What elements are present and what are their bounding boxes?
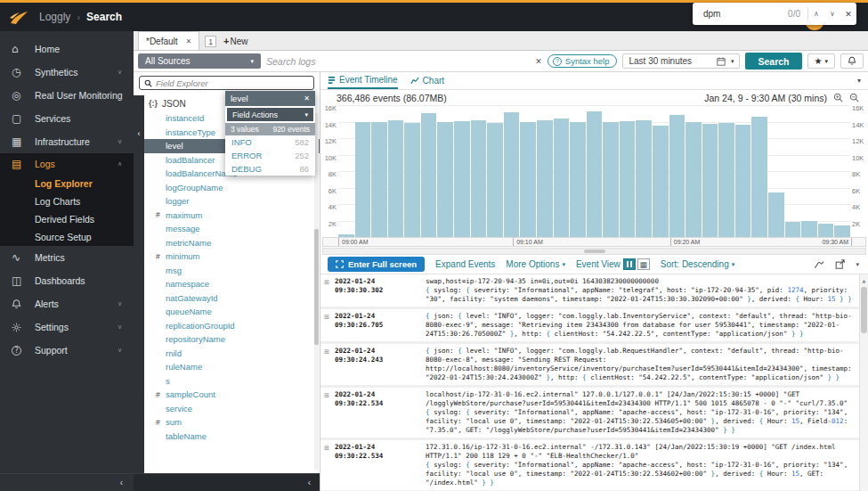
field-row-natGatewayId[interactable]: natGatewayId [144, 291, 320, 306]
event-row[interactable]: ⊞2022-01-24 09:30:30.302swap,host=ip-172… [320, 274, 868, 309]
field-row-rnild[interactable]: rnild [144, 347, 320, 361]
field-explorer-collapse-icon[interactable]: ‹ [308, 478, 311, 487]
saved-searches-button[interactable]: ★ ▾ [807, 53, 835, 69]
field-row-namespace[interactable]: namespace [144, 277, 320, 291]
breadcrumb-brand[interactable]: Loggly [39, 11, 70, 23]
histogram-bar[interactable] [404, 123, 420, 237]
sidebar-subitem-log-charts[interactable]: Log Charts [0, 192, 134, 210]
popup-value-row[interactable]: ERROR252 [225, 149, 315, 162]
field-row-sampleCount[interactable]: #sampleCount [144, 388, 320, 402]
tab-badge[interactable]: 1 [205, 36, 216, 47]
histogram-bar[interactable] [388, 120, 404, 237]
field-explorer-search-input[interactable] [156, 78, 309, 88]
field-row-msg[interactable]: msg [144, 264, 320, 278]
search-button[interactable]: Search [745, 53, 801, 70]
field-row-tableName[interactable]: tableName [144, 430, 320, 444]
clear-search-icon[interactable]: ✕ [535, 57, 542, 66]
find-previous-icon[interactable]: ∧ [808, 10, 824, 18]
tab-default[interactable]: *Default ✕ [138, 31, 199, 50]
sidebar-item-synthetics[interactable]: ◷Synthetics∨ [0, 61, 134, 84]
histogram-bar[interactable] [620, 121, 636, 237]
tab-chart[interactable]: Chart [410, 72, 444, 89]
fullscreen-button[interactable]: Enter Full screen [328, 257, 425, 272]
histogram-bar[interactable] [785, 222, 801, 237]
field-actions-dropdown[interactable]: Field Actions ▾ [227, 108, 313, 121]
histogram-bar[interactable] [751, 117, 767, 237]
sidebar-collapse-icon[interactable]: ‹ [120, 478, 123, 487]
expand-event-icon[interactable]: ⊞ [324, 312, 335, 339]
chevron-down-icon[interactable]: ▾ [856, 261, 859, 268]
grid-view-toggle[interactable]: ▦ [637, 258, 650, 270]
event-row[interactable]: ⊞2022-01-24 09:30:22.534localhost/ip-172… [320, 388, 868, 440]
field-row-minimum[interactable]: #minimum [144, 250, 320, 264]
field-row-repositoryName[interactable]: repositoryName [144, 332, 320, 347]
field-explorer-search[interactable] [139, 76, 314, 90]
sidebar-item-metrics[interactable]: ∿Metrics [0, 246, 134, 269]
list-view-toggle[interactable] [623, 258, 636, 270]
histogram-bar[interactable] [537, 120, 553, 237]
sidebar-item-settings[interactable]: Settings∨ [0, 315, 134, 339]
sidebar-item-logs[interactable]: ▤Logs∧ [0, 153, 134, 175]
histogram-bar[interactable] [685, 122, 702, 237]
chart-h-scrollbar[interactable] [322, 248, 866, 255]
tab-close-icon[interactable]: ✕ [186, 37, 192, 45]
expand-event-icon[interactable]: ⊞ [324, 443, 335, 487]
field-row-logger[interactable]: logger [144, 194, 320, 209]
sort-dropdown[interactable]: Sort: Descending ▾ [661, 259, 734, 269]
field-row-sum[interactable]: #sum [144, 415, 320, 430]
new-tab-button[interactable]: + New [223, 36, 247, 46]
histogram-bar[interactable] [487, 123, 503, 237]
popup-value-row[interactable]: DEBUG86 [225, 162, 315, 176]
histogram-bar[interactable] [520, 122, 536, 237]
sidebar-subitem-source-setup[interactable]: Source Setup [0, 228, 134, 246]
expand-events-button[interactable]: Expand Events [435, 259, 495, 269]
expand-event-icon[interactable]: ⊞ [324, 347, 335, 382]
more-options-dropdown[interactable]: More Options ▾ [506, 259, 565, 269]
sidebar-subitem-log-explorer[interactable]: Log Explorer [0, 175, 134, 192]
field-row-service[interactable]: service [144, 402, 320, 416]
export-icon[interactable] [835, 259, 845, 269]
histogram-bar[interactable] [735, 125, 751, 237]
sidebar-item-services[interactable]: ▢Services [0, 107, 134, 130]
field-row-message[interactable]: message [144, 222, 320, 236]
sidebar-item-dashboards[interactable]: ◫Dashboards [0, 269, 134, 292]
histogram-bar[interactable] [554, 119, 570, 237]
sidebar-item-alerts[interactable]: Alerts∨ [0, 292, 134, 315]
search-input[interactable] [266, 56, 530, 67]
field-row-logGroupName[interactable]: logGroupName [144, 181, 320, 195]
histogram-bar[interactable] [636, 120, 652, 237]
histogram-bar[interactable] [570, 122, 586, 238]
syntax-help-button[interactable]: ? Syntax help [548, 54, 618, 68]
collapse-chart-icon[interactable]: ▾ [857, 77, 861, 85]
popup-value-row[interactable]: INFO582 [225, 135, 315, 149]
histogram-bar[interactable] [454, 121, 470, 237]
alerts-bell-button[interactable] [840, 53, 864, 69]
expand-event-icon[interactable]: ⊞ [324, 277, 335, 304]
histogram-bar[interactable] [355, 122, 371, 237]
field-row-s[interactable]: s [144, 374, 320, 389]
histogram-bar[interactable] [587, 111, 603, 237]
popup-close-icon[interactable]: ✕ [304, 94, 310, 102]
find-next-icon[interactable]: ∨ [824, 10, 840, 18]
histogram-bar[interactable] [801, 221, 817, 238]
zoom-out-icon[interactable] [849, 93, 859, 102]
sources-dropdown[interactable]: All Sources ▾ [138, 53, 261, 69]
histogram-bar[interactable] [653, 126, 669, 237]
histogram-bar[interactable] [471, 120, 487, 237]
event-row[interactable]: ⊞2022-01-24 09:30:24.243{ json: { level:… [320, 344, 868, 388]
time-range-picker[interactable]: Last 30 minutes ▾ [622, 53, 740, 69]
field-row-metricName[interactable]: metricName [144, 236, 320, 250]
histogram-bar[interactable] [768, 192, 784, 237]
expand-event-icon[interactable]: ⊞ [324, 390, 335, 435]
tab-event-timeline[interactable]: Event Timeline [328, 72, 398, 89]
histogram-bar[interactable] [421, 113, 437, 237]
field-row-ruleName[interactable]: ruleName [144, 360, 320, 374]
field-row-replicationGroupId[interactable]: replicationGroupId [144, 319, 320, 333]
sidebar-item-support[interactable]: ?Support∨ [0, 339, 134, 362]
histogram-bar[interactable] [702, 124, 718, 237]
panel-collapse-icon[interactable]: ‹ [138, 129, 141, 138]
sidebar-item-infrastructure[interactable]: ▦Infrastructure∨ [0, 130, 134, 153]
histogram-bar[interactable] [437, 122, 453, 238]
find-close-icon[interactable]: ✕ [840, 10, 856, 19]
histogram-bar[interactable] [818, 224, 834, 237]
